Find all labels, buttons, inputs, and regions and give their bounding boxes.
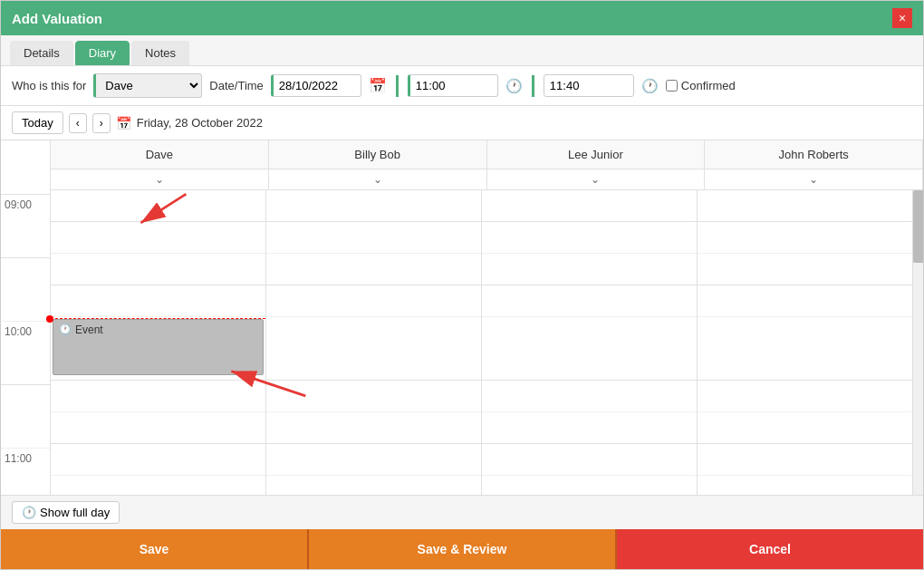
scrollbar-thumb[interactable] [913, 190, 923, 263]
calendar-nav: Today ‹ › 📅 Friday, 28 October 2022 [1, 106, 923, 140]
clock-icon-start: 🕐 [505, 78, 523, 94]
time-slot-9: 09:00 [1, 195, 50, 258]
modal-header: Add Valuation × [1, 1, 923, 35]
who-select[interactable]: Dave Billy Bob Lee Junior John Roberts [93, 73, 202, 98]
cell-jr-11[interactable] [698, 317, 912, 381]
cell-bb-1130[interactable] [266, 381, 481, 412]
next-button[interactable]: › [92, 113, 111, 133]
cell-dave-12[interactable] [51, 412, 265, 444]
cell-bb-13[interactable] [266, 476, 481, 495]
cell-bb-930[interactable] [266, 222, 481, 254]
diary-wrapper: 09:00 10:00 11:00 12:00 13:00 Dav [1, 140, 923, 495]
diary-column-johnroberts [698, 190, 912, 495]
confirmed-label: Confirmed [681, 79, 736, 92]
time-column: 09:00 10:00 11:00 12:00 13:00 [1, 140, 51, 495]
action-buttons: Save Save & Review Cancel [1, 529, 923, 569]
clock-footer-icon: 🕐 [22, 506, 36, 519]
who-label: Who is this for [12, 79, 86, 92]
chevron-johnroberts[interactable]: ⌄ [705, 169, 923, 189]
cell-bb-12[interactable] [266, 412, 481, 444]
calendar-date: Friday, 28 October 2022 [137, 116, 263, 130]
event-icon: 🕐 [59, 324, 72, 335]
diary-chevron-row: ⌄ ⌄ ⌄ ⌄ [51, 169, 923, 190]
show-full-day-label: Show full day [40, 506, 110, 519]
show-full-day-button[interactable]: 🕐 Show full day [12, 501, 120, 524]
cal-icon: 📅 [116, 116, 131, 130]
cell-lj-10[interactable] [482, 254, 697, 285]
tab-details[interactable]: Details [10, 41, 73, 65]
cell-lj-12[interactable] [482, 412, 697, 444]
calendar-icon[interactable]: 📅 [369, 77, 387, 94]
cell-jr-12[interactable] [698, 412, 912, 444]
cell-lj-13[interactable] [482, 476, 697, 495]
cell-lj-1130[interactable] [482, 381, 697, 412]
clock-icon-end: 🕐 [641, 78, 659, 94]
diary-scroll: 09:00 10:00 11:00 12:00 13:00 Dav [1, 140, 923, 495]
toolbar: Who is this for Dave Billy Bob Lee Junio… [1, 66, 923, 106]
close-button[interactable]: × [892, 8, 912, 28]
event-title: Event [75, 324, 103, 336]
col-header-dave: Dave [51, 140, 269, 169]
col-header-leejunior: Lee Junior [487, 140, 706, 169]
cancel-button[interactable]: Cancel [617, 529, 923, 569]
cell-lj-1030[interactable] [482, 285, 697, 317]
cell-dave-1030[interactable] [51, 285, 265, 317]
cell-dave-1130[interactable] [51, 381, 265, 412]
modal-title: Add Valuation [12, 11, 102, 26]
cell-bb-9[interactable] [266, 190, 481, 222]
diary-columns: Dave Billy Bob Lee Junior John Roberts ⌄ [51, 140, 923, 495]
col-header-johnroberts: John Roberts [705, 140, 923, 169]
cell-dave-930[interactable] [51, 222, 265, 254]
cell-lj-11[interactable] [482, 317, 697, 381]
cell-dave-1230[interactable] [51, 444, 265, 476]
time-slot-10: 10:00 [1, 322, 50, 385]
cell-lj-9[interactable] [482, 190, 697, 222]
cell-lj-1230[interactable] [482, 444, 697, 476]
cell-jr-930[interactable] [698, 222, 912, 254]
chevron-dave[interactable]: ⌄ [51, 169, 269, 189]
footer-bar: 🕐 Show full day [1, 495, 923, 529]
diary-column-billybob [266, 190, 482, 495]
save-review-button[interactable]: Save & Review [307, 529, 617, 569]
cell-dave-10[interactable] [51, 254, 265, 285]
cell-jr-1130[interactable] [698, 381, 912, 412]
confirmed-checkbox[interactable] [666, 80, 678, 92]
cell-dave-9[interactable] [51, 190, 265, 222]
time-slot-1030 [1, 385, 50, 449]
diary-column-leejunior [482, 190, 698, 495]
tab-notes[interactable]: Notes [131, 41, 189, 65]
prev-button[interactable]: ‹ [69, 113, 87, 133]
cell-bb-1230[interactable] [266, 444, 481, 476]
datetime-label: Date/Time [209, 79, 263, 92]
event-block[interactable]: 🕐 Event [53, 319, 264, 375]
add-valuation-modal: Add Valuation × Details Diary Notes Who … [0, 0, 924, 570]
cell-bb-10[interactable] [266, 254, 481, 285]
cell-jr-1230[interactable] [698, 444, 912, 476]
tab-diary[interactable]: Diary [75, 41, 130, 65]
chevron-billybob[interactable]: ⌄ [269, 169, 487, 189]
diary-column-dave: 🕐 Event [51, 190, 266, 495]
time-end-input[interactable] [544, 74, 634, 97]
chevron-leejunior[interactable]: ⌄ [487, 169, 706, 189]
cell-jr-1030[interactable] [698, 285, 912, 317]
confirmed-area: Confirmed [666, 79, 736, 92]
cell-jr-9[interactable] [698, 190, 912, 222]
cell-bb-1030[interactable] [266, 285, 481, 317]
cell-dave-13[interactable] [51, 476, 265, 495]
time-slot-11: 11:00 [1, 449, 50, 495]
time-start-input[interactable] [408, 74, 498, 97]
cell-bb-11[interactable] [266, 317, 481, 381]
today-button[interactable]: Today [12, 111, 63, 134]
current-time-dot [46, 315, 53, 323]
current-time-line [51, 318, 265, 319]
cell-lj-930[interactable] [482, 222, 697, 254]
save-button[interactable]: Save [1, 529, 307, 569]
date-input[interactable] [271, 74, 361, 97]
cell-dave-11[interactable]: 🕐 Event [51, 317, 265, 381]
cell-jr-13[interactable] [698, 476, 912, 495]
tab-bar: Details Diary Notes [1, 35, 923, 66]
diary-body: 🕐 Event [51, 190, 923, 495]
scrollbar[interactable] [912, 190, 923, 495]
col-header-billybob: Billy Bob [269, 140, 487, 169]
cell-jr-10[interactable] [698, 254, 912, 285]
